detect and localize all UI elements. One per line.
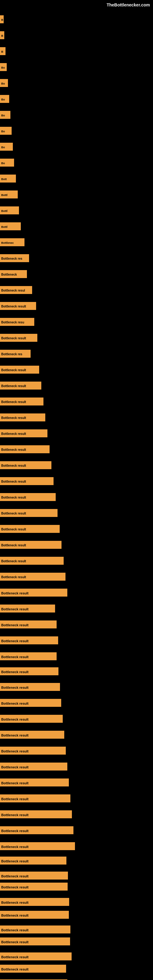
bar-label: Bottleneck result [0, 937, 70, 945]
bar-label: Bottleneck result [0, 366, 39, 374]
bar-item: Bottleneck result [0, 492, 56, 502]
bar-item: Bottleneck resul [0, 285, 32, 294]
bar-item: Bottleneck result [0, 556, 64, 565]
bar-item: Bo [0, 78, 8, 88]
bar-item: Bottl [0, 190, 18, 199]
bar-item: Bottleneck result [0, 842, 75, 851]
bar-item: Bottleneck result [0, 937, 70, 946]
bar-label: Bottleneck res [0, 350, 30, 358]
site-title: TheBottlenecker.com [107, 2, 150, 7]
bar-label: Bottleneck result [0, 926, 70, 934]
bar-label: Bottleneck resu [0, 318, 34, 326]
bar-item: Bottleneck resu [0, 317, 34, 326]
bar-item: Bo [0, 110, 10, 119]
bar-item: Bottleneck result [0, 714, 63, 723]
bar-item: Bottleneck result [0, 636, 58, 645]
bar-item: Bottleneck result [0, 445, 49, 454]
bar-label: Bottleneck result [0, 302, 36, 310]
bar-label: Bottleneck result [0, 573, 65, 581]
bar-item: Bottleneck result [0, 381, 41, 390]
bar-item: Bottleneck result [0, 588, 67, 597]
bar-label: Bottleneck result [0, 911, 69, 919]
bar-item: Bottleneck result [0, 461, 51, 470]
bar-label: Bottleneck result [0, 826, 73, 834]
bar-label: Bottl [0, 207, 19, 215]
bar-item: Bottleneck result [0, 856, 66, 865]
bar-item: Bottleneck result [0, 477, 54, 486]
bar-label: Bottleneck result [0, 509, 57, 517]
bar-item: Bottleneck result [0, 826, 73, 835]
bar-item: Bo [0, 62, 7, 72]
bar-label: Bott [0, 175, 16, 183]
bar-label: Bottleneck result [0, 667, 59, 675]
bar-label: Bottleneck result [0, 541, 62, 549]
bar-item: B [0, 15, 4, 24]
bar-item: Bottleneck result [0, 810, 72, 819]
bar-label: Bottleneck res [0, 254, 29, 262]
bar-label: B [0, 47, 5, 55]
bar-item: Bottleneck result [0, 397, 43, 406]
bar-item: Bo [0, 94, 9, 103]
bar-item: Bottleneck result [0, 794, 70, 803]
bar-item: Bottleneck result [0, 964, 66, 973]
bar-item: Bottleneck result [0, 925, 70, 934]
bar-item: Bottleneck result [0, 540, 62, 549]
bar-label: B [0, 31, 4, 39]
bar-label: Bottleneck result [0, 778, 69, 786]
bar-label: Bottleneck result [0, 883, 68, 891]
bar-label: Bottleneck result [0, 898, 69, 906]
bar-label: Bo [0, 63, 7, 71]
bar-item: Bottleneck result [0, 365, 39, 374]
bar-item: Bottleneck result [0, 620, 57, 629]
bar-item: Bottleneck result [0, 730, 64, 739]
bar-label: Bo [0, 111, 10, 119]
bar-item: Bottleneck res [0, 254, 29, 263]
bar-label: Bottleneck result [0, 398, 43, 406]
bar-label: B [0, 15, 4, 23]
bar-item: Bottleneck res [0, 349, 30, 358]
bar-item: Bottleneck result [0, 897, 69, 907]
bar-label: Bottleneck result [0, 605, 55, 612]
bar-item: Bottleneck result [0, 762, 67, 771]
bar-label: Bottleneck result [0, 810, 72, 818]
bar-label: Bottl [0, 191, 18, 199]
bar-label: Bottleneck result [0, 762, 67, 770]
bar-label: Bottleneck result [0, 794, 70, 802]
bar-label: Bottleneck [0, 270, 27, 278]
bar-label: Bottleneck result [0, 445, 49, 453]
bar-label: Bo [0, 95, 9, 103]
bar-item: Bottleneck result [0, 301, 36, 310]
bar-label: Bottleneck result [0, 731, 64, 739]
bar-item: Bottl [0, 222, 21, 231]
bar-label: Bottl [0, 222, 21, 230]
bar-item: Bottleneck result [0, 746, 66, 755]
bar-label: Bottleneck result [0, 477, 54, 485]
bar-label: Bottleneck result [0, 652, 57, 660]
bar-item: Bottleneck result [0, 778, 69, 787]
bar-label: Bo [0, 159, 14, 167]
bar-item: Bottleneck result [0, 871, 68, 880]
bar-label: Bottleneck result [0, 382, 41, 390]
bar-item: Bottlenec [0, 238, 24, 247]
bar-label: Bottleneck result [0, 430, 48, 438]
bar-item: Bott [0, 174, 16, 183]
bar-label: Bottleneck result [0, 683, 60, 691]
bar-label: Bottleneck result [0, 715, 63, 723]
bar-label: Bottleneck result [0, 953, 72, 960]
bar-item: Bottleneck result [0, 979, 67, 980]
bar-label: Bo [0, 143, 13, 151]
bar-item: Bo [0, 126, 12, 135]
bar-item: Bottleneck result [0, 524, 60, 533]
bar-item: Bottleneck result [0, 652, 57, 661]
bar-item: Bottleneck result [0, 682, 60, 692]
bar-item: Bottleneck result [0, 333, 37, 342]
bar-item: B [0, 30, 4, 40]
bar-item: Bottleneck result [0, 667, 59, 676]
bar-item: Bo [0, 142, 13, 151]
bar-item: Bo [0, 158, 14, 167]
bar-label: Bottleneck result [0, 842, 75, 850]
bar-label: Bottleneck result [0, 747, 66, 755]
bar-label: Bottleneck result [0, 620, 57, 628]
bar-item: Bottleneck result [0, 508, 57, 517]
bar-item: Bottleneck result [0, 429, 48, 438]
